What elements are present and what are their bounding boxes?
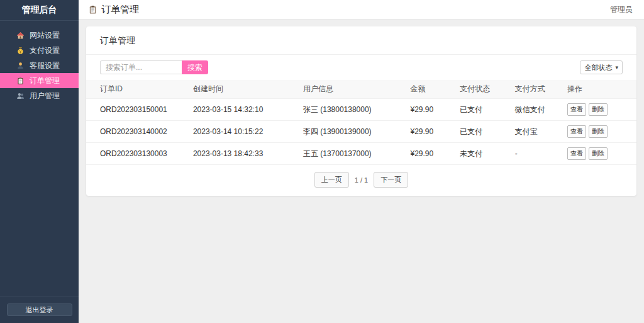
cell-user-info: 王五 (13700137000) xyxy=(298,143,406,165)
table-header-row: 订单ID 创建时间 用户信息 金额 支付状态 支付方式 操作 xyxy=(86,80,636,99)
page-info: 1 / 1 xyxy=(355,176,368,184)
pagination: 上一页 1 / 1 下一页 xyxy=(86,165,636,196)
sidebar-item-label: 客服设置 xyxy=(30,60,60,71)
toolbar: 搜索 全部状态 ▾ xyxy=(86,55,636,80)
cell-pay-method: 微信支付 xyxy=(510,99,562,121)
status-badge: 未支付 xyxy=(455,143,510,165)
table-row: ORD202303140002 2023-03-14 10:15:22 李四 (… xyxy=(86,121,636,143)
sidebar-item-service-settings[interactable]: 客服设置 xyxy=(0,58,79,73)
sidebar-footer: 退出登录 xyxy=(0,297,79,323)
content: 订单管理 搜索 全部状态 ▾ 订单ID xyxy=(79,20,644,203)
cell-user-info: 李四 (13900139000) xyxy=(298,121,406,143)
col-header-pay-status: 支付状态 xyxy=(455,80,510,99)
sidebar-menu: 网站设置 支付设置 客服设置 订单管理 用户管理 xyxy=(0,21,79,103)
logout-button[interactable]: 退出登录 xyxy=(7,303,72,316)
cell-created-at: 2023-03-15 14:32:10 xyxy=(188,99,298,121)
money-bag-icon xyxy=(16,47,25,55)
topbar: 订单管理 管理员 xyxy=(79,0,644,20)
sidebar-item-site-settings[interactable]: 网站设置 xyxy=(0,28,79,43)
col-header-actions: 操作 xyxy=(562,80,636,99)
next-page-button[interactable]: 下一页 xyxy=(374,172,408,188)
cell-pay-method: 支付宝 xyxy=(510,121,562,143)
table-row: ORD202303150001 2023-03-15 14:32:10 张三 (… xyxy=(86,99,636,121)
cell-order-id: ORD202303150001 xyxy=(86,99,188,121)
table-row: ORD202303130003 2023-03-13 18:42:33 王五 (… xyxy=(86,143,636,165)
status-filter-value: 全部状态 xyxy=(584,63,612,72)
sidebar-item-order-management[interactable]: 订单管理 xyxy=(0,73,79,88)
cell-user-info: 张三 (13800138000) xyxy=(298,99,406,121)
status-badge: 已支付 xyxy=(455,99,510,121)
cell-amount: ¥29.90 xyxy=(406,143,455,165)
view-button[interactable]: 查看 xyxy=(567,103,586,116)
delete-button[interactable]: 删除 xyxy=(589,147,608,160)
col-header-pay-method: 支付方式 xyxy=(510,80,562,99)
search-button[interactable]: 搜索 xyxy=(182,60,208,74)
status-filter-select[interactable]: 全部状态 ▾ xyxy=(580,60,623,74)
sidebar-item-label: 用户管理 xyxy=(30,91,60,101)
clipboard-icon xyxy=(16,77,25,85)
cell-actions: 查看删除 xyxy=(562,99,636,121)
sidebar-item-payment-settings[interactable]: 支付设置 xyxy=(0,43,79,58)
page-title-text: 订单管理 xyxy=(101,4,139,16)
status-badge: 已支付 xyxy=(455,121,510,143)
users-icon xyxy=(16,92,25,100)
orders-card: 订单管理 搜索 全部状态 ▾ 订单ID xyxy=(86,26,636,196)
cell-order-id: ORD202303140002 xyxy=(86,121,188,143)
current-user-label: 管理员 xyxy=(610,4,633,15)
col-header-created-at: 创建时间 xyxy=(188,80,298,99)
clipboard-icon xyxy=(88,5,97,14)
view-button[interactable]: 查看 xyxy=(567,125,586,138)
sidebar-item-user-management[interactable]: 用户管理 xyxy=(0,88,79,103)
card-title: 订单管理 xyxy=(86,26,636,55)
search-group: 搜索 xyxy=(100,60,208,74)
page-title: 订单管理 xyxy=(88,4,139,16)
cell-actions: 查看删除 xyxy=(562,143,636,165)
support-person-icon xyxy=(16,62,25,70)
view-button[interactable]: 查看 xyxy=(567,147,586,160)
cell-pay-method: - xyxy=(510,143,562,165)
col-header-order-id: 订单ID xyxy=(86,80,188,99)
search-input[interactable] xyxy=(100,60,182,74)
cell-actions: 查看删除 xyxy=(562,121,636,143)
sidebar-item-label: 订单管理 xyxy=(30,76,60,86)
cell-order-id: ORD202303130003 xyxy=(86,143,188,165)
cell-created-at: 2023-03-14 10:15:22 xyxy=(188,121,298,143)
home-icon xyxy=(16,31,25,40)
cell-amount: ¥29.90 xyxy=(406,121,455,143)
sidebar-item-label: 支付设置 xyxy=(30,45,60,56)
sidebar: 管理后台 网站设置 支付设置 客服设置 订单管理 xyxy=(0,0,79,323)
main-area: 订单管理 管理员 订单管理 搜索 全部状态 ▾ xyxy=(79,0,644,323)
col-header-user-info: 用户信息 xyxy=(298,80,406,99)
chevron-down-icon: ▾ xyxy=(615,64,618,71)
col-header-amount: 金额 xyxy=(406,80,455,99)
cell-amount: ¥29.90 xyxy=(406,99,455,121)
sidebar-item-label: 网站设置 xyxy=(30,30,60,41)
cell-created-at: 2023-03-13 18:42:33 xyxy=(188,143,298,165)
delete-button[interactable]: 删除 xyxy=(589,125,608,138)
delete-button[interactable]: 删除 xyxy=(589,103,608,116)
app-title: 管理后台 xyxy=(0,0,79,21)
orders-table: 订单ID 创建时间 用户信息 金额 支付状态 支付方式 操作 ORD202303… xyxy=(86,80,636,165)
prev-page-button[interactable]: 上一页 xyxy=(314,172,349,188)
